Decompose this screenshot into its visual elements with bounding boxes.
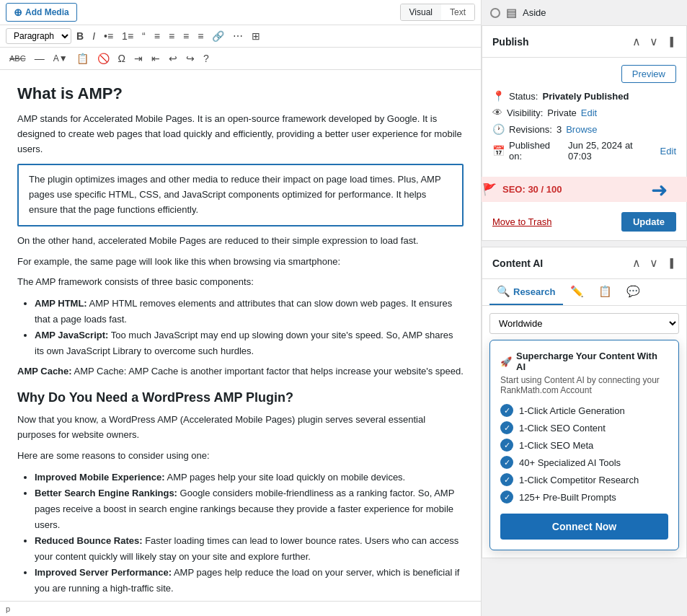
rocket-emoji: 🚀 [500,356,512,367]
publish-collapse-up[interactable]: ∧ [629,33,644,50]
connect-now-button[interactable]: Connect Now [500,514,668,540]
published-icon: 📅 [492,145,505,157]
editor-content[interactable]: What is AMP? AMP stands for Accelerated … [0,70,481,601]
feature-label: 1-Click SEO Content [519,423,606,434]
content-ai-tabs: 🔍 Research ✏️ 📋 💬 [482,279,686,306]
feature-label: 125+ Pre-Built Prompts [519,492,616,503]
feature-item: ✓40+ Specialized AI Tools [500,456,668,469]
check-icon: ✓ [500,456,513,469]
status-row: 📍 Status: Privately Published [492,90,676,102]
tab-research[interactable]: 🔍 Research [489,279,563,305]
list-item: Improved Server Performance: AMP pages h… [35,565,464,597]
toolbar-top: ⊕ Add Media Visual Text [0,0,481,25]
paste-text-button[interactable]: 📋 [73,50,92,66]
para-amp-4: The AMP framework consists of three basi… [17,275,464,290]
paragraph-select[interactable]: Paragraph [6,28,71,44]
feature-list: ✓1-Click Article Generation✓1-Click SEO … [500,404,668,503]
content-ai-body: Worldwide 🚀 Supercharge Your Content Wit… [482,306,686,558]
content-ai-controls: ∧ ∨ ▐ [629,255,676,271]
seo-row: 🚩 SEO: 30 / 100 ➜ [482,177,687,202]
align-full-button[interactable]: ≡ [194,28,207,44]
published-edit-link[interactable]: Edit [660,146,676,157]
kitchen-sink-button[interactable]: ⊞ [248,28,264,44]
supercharge-popup: 🚀 Supercharge Your Content With AI Start… [489,340,679,550]
publish-collapse-down[interactable]: ∨ [647,33,661,50]
para-amp-cache: AMP Cache: AMP Cache: AMP Cache is anoth… [17,364,464,379]
para-amp-2: On the other hand, accelerated Mobile Pa… [17,234,464,249]
list-item: Improved Mobile Experience: AMP pages he… [35,470,464,485]
view-tabs: Visual Text [400,4,475,21]
status-value: Privately Published [542,91,629,102]
indent-button[interactable]: ⇥ [130,50,146,66]
tab-text[interactable]: Text [441,4,474,20]
special-char-button[interactable]: Ω [115,50,129,66]
blockquote-button[interactable]: “ [138,28,149,44]
tab-outline[interactable]: 📋 [591,279,619,305]
edit-icon: ✏️ [570,285,584,298]
more-button[interactable]: ⋯ [229,28,247,44]
highlight-text: The plugin optimizes images and other me… [29,172,452,217]
content-ai-up[interactable]: ∧ [629,255,644,271]
publish-controls: ∧ ∨ ▐ [629,33,676,50]
list-components: AMP HTML: AMP HTML removes elements and … [35,296,464,359]
publish-body: Preview 📍 Status: Privately Published 👁 … [482,58,686,174]
research-icon: 🔍 [497,285,510,298]
add-media-button[interactable]: ⊕ Add Media [6,3,77,22]
content-ai-title: Content AI [492,258,543,269]
preview-button[interactable]: Preview [621,65,676,83]
highlighted-block: The plugin optimizes images and other me… [17,164,464,226]
aside-radio[interactable] [490,8,500,18]
italic-button[interactable]: I [89,28,99,44]
list-item: Reduced Bounce Rates: Faster loading tim… [35,533,464,565]
worldwide-select[interactable]: Worldwide [489,313,679,334]
feature-item: ✓1-Click SEO Meta [500,439,668,452]
align-center-button[interactable]: ≡ [165,28,178,44]
content-ai-header: Content AI ∧ ∨ ▐ [482,247,686,279]
revisions-browse-link[interactable]: Browse [566,124,597,135]
add-media-icon: ⊕ [14,6,22,18]
visibility-edit-link[interactable]: Edit [581,107,597,118]
strikethrough-button[interactable]: ABC [6,52,30,65]
check-icon: ✓ [500,421,513,434]
status-icon: 📍 [492,90,505,102]
check-icon: ✓ [500,404,513,417]
check-icon: ✓ [500,439,513,452]
align-right-button[interactable]: ≡ [179,28,192,44]
content-ai-close[interactable]: ▐ [664,257,676,270]
align-left-button[interactable]: ≡ [151,28,164,44]
text-color-button[interactable]: A▼ [50,51,71,66]
tab-chat[interactable]: 💬 [619,279,647,305]
publish-close[interactable]: ▐ [664,35,676,48]
research-label: Research [513,286,556,297]
tab-visual[interactable]: Visual [401,4,441,20]
revisions-icon: 🕐 [492,123,505,135]
seo-score: SEO: 30 / 100 [502,184,562,195]
visibility-label: Visibility: [507,107,543,118]
update-button[interactable]: Update [621,212,676,232]
ol-button[interactable]: 1≡ [118,28,137,44]
feature-label: 1-Click Article Generation [519,405,625,416]
sidebar: ▤ Aside Publish ∧ ∨ ▐ Preview 📍 Status: … [482,0,687,616]
undo-button[interactable]: ↩ [165,50,181,66]
list-reasons: Improved Mobile Experience: AMP pages he… [35,470,464,601]
outdent-button[interactable]: ⇤ [148,50,164,66]
heading-amp: What is AMP? [17,84,464,103]
redo-button[interactable]: ↪ [182,50,198,66]
arrow-icon: ➜ [651,178,668,202]
bold-button[interactable]: B [73,28,87,44]
publish-actions: Move to Trash Update [482,205,686,240]
tab-edit[interactable]: ✏️ [563,279,591,305]
revisions-label: Revisions: [509,124,552,135]
move-to-trash-link[interactable]: Move to Trash [492,216,551,227]
chat-icon: 💬 [626,285,640,298]
clear-format-button[interactable]: 🚫 [94,50,113,66]
ul-button[interactable]: •≡ [100,28,117,44]
toolbar-row1: Paragraph B I •≡ 1≡ “ ≡ ≡ ≡ ≡ 🔗 ⋯ ⊞ [0,25,481,48]
hr-button[interactable]: — [31,50,48,66]
content-ai-down[interactable]: ∨ [647,255,661,271]
link-button[interactable]: 🔗 [208,28,228,44]
help-button[interactable]: ? [200,50,213,66]
para-why-amp-2: Here are some reasons to consider using … [17,449,464,464]
visibility-icon: 👁 [492,107,502,118]
editor-footer: p [0,601,481,616]
